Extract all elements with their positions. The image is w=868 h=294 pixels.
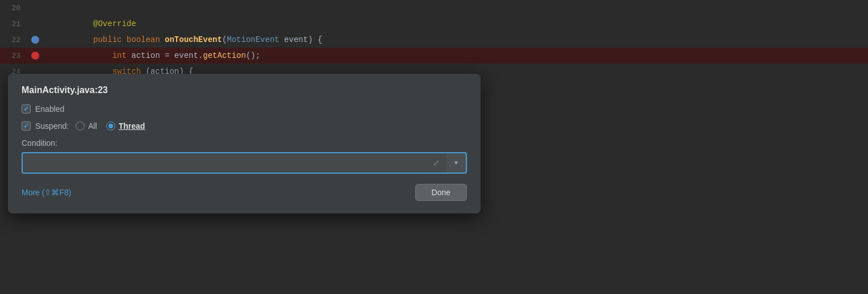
condition-label: Condition: bbox=[22, 138, 467, 148]
suspend-checkbox-wrapper[interactable]: Suspend: bbox=[22, 121, 69, 131]
popup-footer: More (⇧⌘F8) Done bbox=[22, 184, 467, 201]
line-number-20: 20 bbox=[0, 4, 27, 12]
done-button[interactable]: Done bbox=[415, 184, 467, 201]
enabled-label: Enabled bbox=[35, 104, 64, 114]
radio-thread-option[interactable]: Thread bbox=[106, 121, 145, 131]
suspend-radio-group: All Thread bbox=[76, 121, 145, 131]
line-number-21: 21 bbox=[0, 20, 27, 28]
suspend-checkbox[interactable] bbox=[22, 121, 31, 131]
popup-title: MainActivity.java:23 bbox=[22, 85, 467, 95]
enabled-checkbox[interactable] bbox=[22, 104, 31, 114]
breakpoint-popup: MainActivity.java:23 Enabled Suspend: Al… bbox=[8, 74, 481, 213]
condition-dropdown-button[interactable] bbox=[446, 152, 467, 174]
radio-all[interactable] bbox=[76, 121, 85, 131]
breakpoint-icon-22[interactable] bbox=[31, 36, 39, 44]
enabled-checkbox-wrapper[interactable]: Enabled bbox=[22, 104, 64, 114]
line-number-23: 23 bbox=[0, 52, 27, 60]
radio-thread[interactable] bbox=[106, 121, 115, 131]
suspend-row: Suspend: All Thread bbox=[22, 121, 467, 131]
line-gutter-23[interactable] bbox=[27, 52, 43, 60]
more-link[interactable]: More (⇧⌘F8) bbox=[22, 188, 71, 197]
radio-thread-label: Thread bbox=[119, 121, 145, 131]
radio-all-option[interactable]: All bbox=[76, 121, 97, 131]
error-icon-23[interactable] bbox=[31, 52, 39, 60]
condition-expand-button[interactable]: ⤢ bbox=[426, 152, 446, 174]
line-number-22: 22 bbox=[0, 36, 27, 44]
suspend-label: Suspend: bbox=[35, 121, 69, 131]
radio-all-label: All bbox=[88, 121, 97, 131]
condition-input-row: ⤢ bbox=[22, 152, 467, 174]
line-gutter-22[interactable] bbox=[27, 36, 43, 44]
enabled-row: Enabled bbox=[22, 104, 467, 114]
condition-input[interactable] bbox=[22, 152, 426, 174]
expand-icon: ⤢ bbox=[433, 158, 440, 168]
